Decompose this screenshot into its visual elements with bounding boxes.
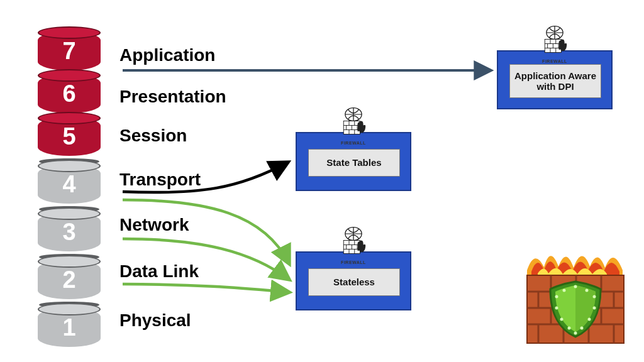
layer-label-physical: Physical bbox=[119, 310, 191, 331]
firewall-state-tables-label: State Tables bbox=[308, 149, 400, 177]
osi-layer-number: 3 bbox=[62, 219, 75, 246]
firewall-icon: FIREWALL bbox=[336, 106, 371, 141]
firewall-icon-caption: FIREWALL bbox=[537, 59, 572, 63]
firewall-app-aware-label: Application Aware with DPI bbox=[509, 64, 601, 98]
osi-layer-3: 3 bbox=[38, 212, 101, 251]
svg-point-62 bbox=[574, 332, 577, 335]
svg-point-52 bbox=[586, 289, 589, 292]
osi-layer-number: 4 bbox=[62, 171, 75, 198]
svg-point-60 bbox=[580, 327, 584, 330]
firewall-state-tables: FIREWALL State Tables bbox=[296, 132, 411, 191]
layer-label-application: Application bbox=[119, 45, 215, 65]
svg-point-54 bbox=[593, 295, 596, 299]
layer-label-presentation: Presentation bbox=[119, 87, 226, 107]
firewall-app-aware: FIREWALL Application Aware with DPI bbox=[497, 50, 613, 109]
osi-layer-number: 7 bbox=[62, 38, 75, 65]
svg-point-55 bbox=[555, 295, 558, 299]
osi-layer-5: 5 bbox=[38, 117, 101, 156]
osi-layer-2: 2 bbox=[38, 260, 101, 299]
svg-point-53 bbox=[563, 289, 566, 292]
layer-label-session: Session bbox=[119, 126, 187, 146]
osi-layer-7: 7 bbox=[38, 31, 101, 70]
firewall-icon: FIREWALL bbox=[336, 225, 371, 260]
osi-layer-number: 2 bbox=[62, 266, 75, 293]
svg-point-51 bbox=[574, 285, 577, 288]
osi-firewall-diagram: 7 6 5 4 3 2 1 Application Presentation S… bbox=[0, 0, 644, 362]
osi-layer-4: 4 bbox=[38, 165, 101, 204]
svg-point-61 bbox=[568, 327, 571, 330]
osi-layer-number: 6 bbox=[62, 80, 75, 107]
layer-label-network: Network bbox=[119, 215, 189, 235]
svg-point-57 bbox=[555, 307, 558, 310]
osi-layer-number: 5 bbox=[62, 123, 75, 150]
layer-label-transport: Transport bbox=[119, 170, 201, 190]
svg-point-56 bbox=[593, 307, 596, 310]
arrow-datalink-to-stateless bbox=[123, 284, 289, 292]
svg-point-58 bbox=[588, 318, 591, 321]
firewall-stateless-label: Stateless bbox=[308, 268, 400, 296]
osi-layer-6: 6 bbox=[38, 74, 101, 113]
osi-layer-1: 1 bbox=[38, 308, 101, 347]
firewall-brick-shield-icon bbox=[522, 245, 629, 346]
firewall-icon-caption: FIREWALL bbox=[336, 260, 371, 265]
osi-layer-number: 1 bbox=[62, 314, 75, 341]
svg-point-59 bbox=[560, 318, 564, 321]
firewall-icon: FIREWALL bbox=[537, 24, 572, 59]
layer-label-datalink: Data Link bbox=[119, 261, 199, 282]
firewall-icon-caption: FIREWALL bbox=[336, 141, 371, 145]
firewall-stateless: FIREWALL Stateless bbox=[296, 251, 411, 310]
